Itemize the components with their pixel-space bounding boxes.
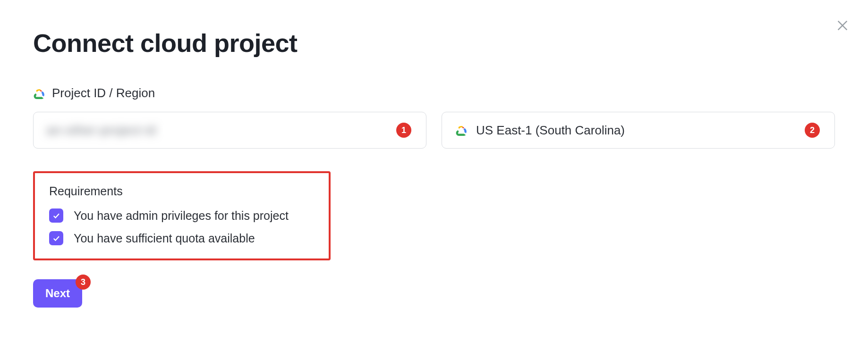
section-label: Project ID / Region bbox=[52, 86, 155, 100]
requirement-label: You have sufficient quota available bbox=[74, 232, 255, 245]
next-button[interactable]: Next bbox=[33, 279, 82, 308]
requirements-box: Requirements You have admin privileges f… bbox=[33, 171, 331, 260]
close-icon bbox=[836, 19, 849, 32]
requirement-checkbox[interactable] bbox=[49, 208, 63, 223]
check-icon bbox=[52, 234, 60, 242]
region-value: US East-1 (South Carolina) bbox=[476, 123, 625, 138]
annotation-badge-3: 3 bbox=[76, 275, 91, 290]
requirement-checkbox[interactable] bbox=[49, 231, 63, 245]
requirements-title: Requirements bbox=[49, 184, 315, 198]
annotation-badge-1: 1 bbox=[396, 123, 411, 138]
close-button[interactable] bbox=[836, 19, 849, 34]
google-cloud-icon bbox=[455, 124, 468, 136]
page-title: Connect cloud project bbox=[33, 28, 835, 58]
annotation-badge-2: 2 bbox=[805, 123, 820, 138]
requirement-item: You have admin privileges for this proje… bbox=[49, 208, 315, 223]
dialog-body: Connect cloud project Project ID / Regio… bbox=[0, 0, 868, 308]
project-id-value: an-other-project-id bbox=[47, 123, 156, 138]
fields-row: an-other-project-id 1 US East-1 (South C… bbox=[33, 112, 835, 149]
google-cloud-icon bbox=[33, 87, 45, 100]
requirement-item: You have sufficient quota available bbox=[49, 231, 315, 245]
requirement-label: You have admin privileges for this proje… bbox=[74, 209, 289, 223]
project-id-field[interactable]: an-other-project-id 1 bbox=[33, 112, 426, 149]
check-icon bbox=[52, 211, 60, 220]
section-label-row: Project ID / Region bbox=[33, 86, 835, 100]
next-button-wrap: Next 3 bbox=[33, 279, 82, 308]
region-field[interactable]: US East-1 (South Carolina) 2 bbox=[442, 112, 835, 149]
